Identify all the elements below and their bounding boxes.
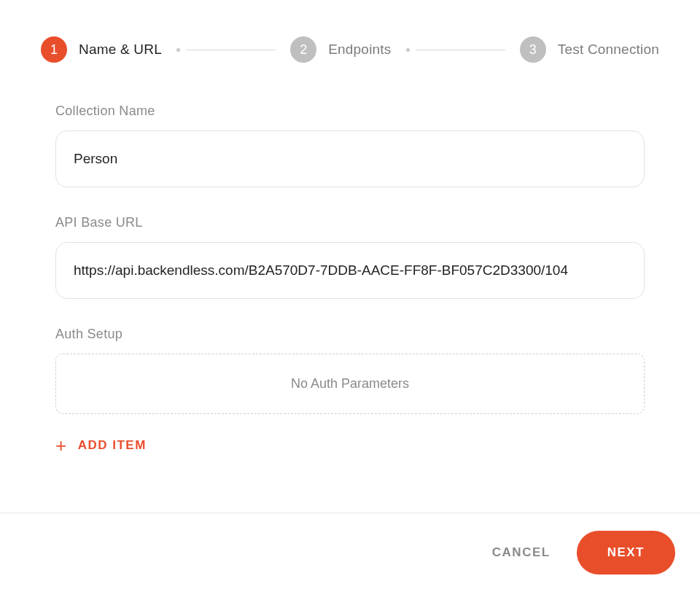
stepper: 1 Name & URL 2 Endpoints 3 Test Connecti… <box>41 36 659 63</box>
collection-name-input[interactable] <box>55 131 645 187</box>
step-1-circle: 1 <box>41 36 67 63</box>
step-1[interactable]: 1 Name & URL <box>41 36 162 63</box>
add-item-button[interactable]: + ADD ITEM <box>41 436 147 455</box>
api-base-url-input[interactable] <box>55 242 645 299</box>
next-button[interactable]: NEXT <box>577 531 675 575</box>
collection-name-label: Collection Name <box>55 104 645 119</box>
step-2-circle: 2 <box>290 36 316 63</box>
step-3-label: Test Connection <box>558 42 659 58</box>
add-item-label: ADD ITEM <box>78 438 147 453</box>
step-2[interactable]: 2 Endpoints <box>290 36 391 63</box>
auth-parameters-box: No Auth Parameters <box>55 354 645 414</box>
step-separator <box>176 48 276 52</box>
step-3[interactable]: 3 Test Connection <box>520 36 659 63</box>
step-1-label: Name & URL <box>79 42 162 58</box>
auth-setup-label: Auth Setup <box>55 327 645 342</box>
step-separator <box>406 48 505 52</box>
api-base-url-label: API Base URL <box>55 215 645 230</box>
plus-icon: + <box>55 436 68 455</box>
auth-empty-text: No Auth Parameters <box>291 376 409 391</box>
step-3-circle: 3 <box>520 36 546 63</box>
step-2-label: Endpoints <box>328 42 391 58</box>
cancel-button[interactable]: CANCEL <box>492 545 551 560</box>
footer: CANCEL NEXT <box>0 513 700 592</box>
